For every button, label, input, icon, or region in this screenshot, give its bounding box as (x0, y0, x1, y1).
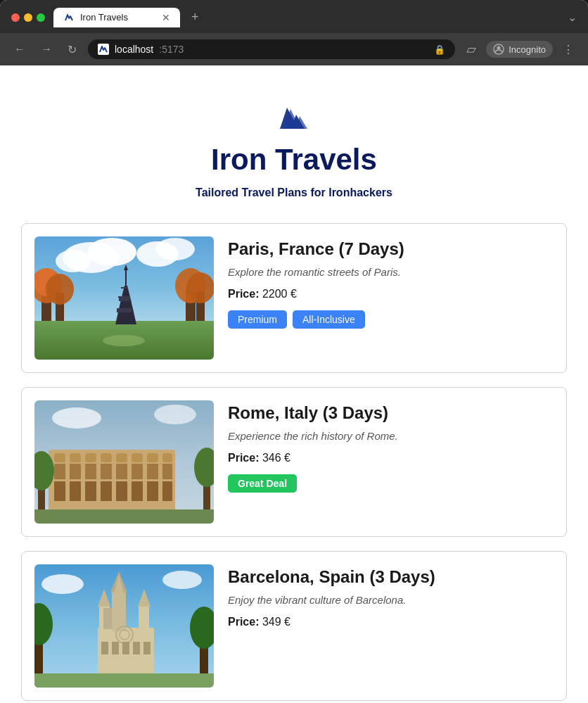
svg-point-32 (154, 405, 196, 424)
svg-rect-38 (116, 481, 127, 501)
price-label-barcelona: Price: (228, 616, 259, 628)
paris-illustration (34, 236, 214, 360)
svg-rect-43 (70, 464, 81, 479)
incognito-icon (493, 44, 504, 55)
tab-close-button[interactable]: ✕ (162, 12, 170, 23)
svg-point-9 (155, 238, 195, 260)
card-image-rome (34, 400, 214, 524)
close-button[interactable] (11, 13, 20, 22)
card-info-paris: Paris, France (7 Days) Explore the roman… (228, 236, 554, 329)
tab-bar: Iron Travels ✕ + ⌄ (53, 7, 577, 27)
svg-rect-27 (119, 298, 129, 301)
tab-expand-icon[interactable]: ⌄ (568, 11, 577, 24)
window-controls (11, 13, 45, 22)
svg-rect-55 (132, 453, 143, 462)
svg-rect-46 (116, 464, 127, 479)
svg-rect-62 (34, 509, 214, 524)
svg-rect-86 (34, 673, 214, 688)
svg-rect-48 (147, 464, 158, 479)
svg-rect-42 (54, 464, 65, 479)
tag-great-deal: Great Deal (228, 474, 297, 493)
incognito-label: Incognito (509, 44, 546, 55)
svg-rect-24 (121, 287, 127, 289)
travel-card-barcelona: Barcelona, Spain (3 Days) Enjoy the vibr… (21, 551, 567, 701)
svg-rect-53 (101, 453, 112, 462)
card-info-barcelona: Barcelona, Spain (3 Days) Enjoy the vibr… (228, 564, 554, 638)
svg-rect-51 (70, 453, 81, 462)
svg-point-31 (52, 407, 101, 429)
active-tab[interactable]: Iron Travels ✕ (53, 8, 180, 27)
svg-rect-45 (101, 464, 112, 479)
minimize-button[interactable] (24, 13, 32, 22)
svg-rect-41 (162, 481, 172, 501)
price-value-barcelona: 349 € (262, 616, 290, 628)
svg-rect-83 (122, 642, 129, 654)
svg-rect-52 (85, 453, 96, 462)
address-host: localhost (115, 44, 153, 55)
browser-menu-button[interactable]: ⋮ (558, 40, 578, 59)
card-tags-paris: Premium All-Inclusive (228, 310, 554, 329)
svg-rect-36 (85, 481, 96, 501)
page-content: Iron Travels Tailored Travel Plans for I… (0, 65, 588, 703)
svg-rect-54 (116, 453, 127, 462)
tag-all-inclusive: All-Inclusive (293, 310, 365, 329)
svg-rect-40 (147, 481, 158, 501)
sidebar-toggle-button[interactable]: ▱ (462, 39, 480, 60)
browser-titlebar: Iron Travels ✕ + ⌄ (0, 0, 588, 33)
address-port: :5173 (159, 44, 184, 55)
price-label-rome: Price: (228, 452, 259, 464)
svg-rect-37 (101, 481, 112, 501)
address-bar[interactable]: localhost:5173 🔒 (88, 39, 455, 59)
svg-rect-56 (147, 453, 158, 462)
travel-card-rome: Rome, Italy (3 Days) Experience the rich… (21, 387, 567, 537)
svg-point-65 (162, 571, 202, 589)
card-price-paris: Price: 2200 € (228, 288, 554, 300)
svg-point-3 (497, 46, 501, 50)
app-header: Iron Travels Tailored Travel Plans for I… (21, 80, 567, 216)
card-description-rome: Experience the rich history of Rome. (228, 430, 554, 442)
price-value-paris: 2200 € (262, 288, 297, 300)
svg-rect-28 (117, 308, 132, 312)
back-button[interactable]: ← (10, 40, 30, 58)
svg-rect-25 (125, 268, 127, 286)
svg-point-18 (186, 272, 214, 303)
svg-rect-34 (54, 481, 65, 501)
browser-navbar: ← → ↻ localhost:5173 🔒 ▱ Incognito (0, 33, 588, 65)
svg-rect-84 (133, 642, 140, 654)
rome-illustration (34, 400, 214, 524)
svg-rect-81 (101, 642, 108, 654)
svg-rect-35 (70, 481, 81, 501)
svg-point-29 (103, 335, 145, 346)
card-image-barcelona (34, 564, 214, 688)
svg-rect-76 (103, 608, 112, 629)
svg-point-14 (46, 274, 74, 305)
incognito-badge: Incognito (486, 41, 553, 58)
card-description-barcelona: Enjoy the vibrant culture of Barcelona. (228, 594, 554, 606)
svg-rect-85 (143, 642, 151, 654)
svg-rect-44 (85, 464, 96, 479)
card-tags-rome: Great Deal (228, 474, 554, 493)
svg-rect-77 (139, 607, 149, 629)
card-description-paris: Explore the romantic streets of Paris. (228, 266, 554, 278)
refresh-button[interactable]: ↻ (63, 40, 81, 59)
svg-point-6 (87, 238, 136, 266)
address-bar-security: 🔒 (434, 44, 445, 55)
card-info-rome: Rome, Italy (3 Days) Experience the rich… (228, 400, 554, 493)
card-title-rome: Rome, Italy (3 Days) (228, 403, 554, 423)
barcelona-illustration (34, 564, 214, 688)
svg-rect-49 (162, 464, 172, 479)
card-title-barcelona: Barcelona, Spain (3 Days) (228, 567, 554, 587)
tab-title: Iron Travels (80, 12, 128, 23)
tag-premium: Premium (228, 310, 287, 329)
tab-favicon (63, 12, 75, 23)
svg-rect-47 (132, 464, 143, 479)
maximize-button[interactable] (37, 13, 45, 22)
svg-rect-71 (112, 593, 126, 631)
address-favicon (98, 44, 109, 55)
forward-button[interactable]: → (37, 40, 56, 58)
new-tab-button[interactable]: + (186, 7, 205, 27)
price-label-paris: Price: (228, 288, 259, 300)
svg-point-64 (41, 574, 84, 594)
app-logo (269, 94, 319, 143)
svg-rect-57 (162, 453, 172, 462)
